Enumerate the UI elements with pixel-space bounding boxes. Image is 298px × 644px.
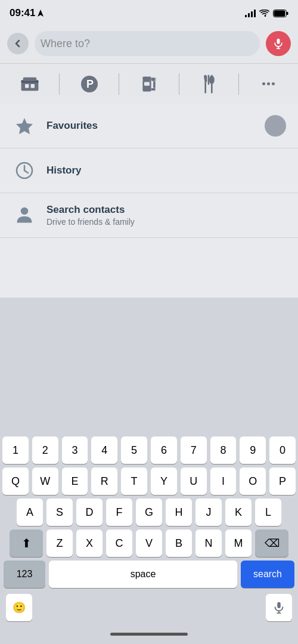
contacts-title: Search contacts [46, 204, 135, 216]
key-n[interactable]: N [195, 530, 222, 557]
emoji-key[interactable]: 🙂 [6, 594, 32, 621]
svg-rect-9 [23, 77, 36, 80]
empty-space [0, 238, 298, 298]
favourites-icon [12, 113, 37, 138]
gas-station-icon [139, 75, 159, 94]
list-item-history[interactable]: History [0, 148, 298, 193]
svg-rect-18 [151, 88, 156, 91]
contacts-icon [12, 203, 37, 228]
key-o[interactable]: O [240, 467, 266, 495]
keyboard-row-qwerty: Q W E R T Y U I O P [0, 464, 298, 495]
category-parking[interactable]: P [60, 64, 119, 104]
contacts-subtitle: Drive to friends & family [46, 217, 135, 227]
category-parking-garage[interactable] [0, 64, 59, 104]
keyboard-mic-key[interactable] [266, 594, 292, 621]
home-bar [110, 633, 188, 636]
svg-rect-2 [287, 12, 288, 15]
keyboard-row-asdf: A S D F G H J K L [0, 495, 298, 526]
key-p[interactable]: P [269, 467, 296, 495]
person-icon [15, 206, 34, 225]
key-d[interactable]: D [76, 499, 103, 526]
key-e[interactable]: E [62, 467, 88, 495]
list-area: Favourites History Search contacts Drive… [0, 104, 298, 238]
key-l[interactable]: L [255, 499, 281, 526]
key-b[interactable]: B [166, 530, 192, 557]
wifi-icon [259, 10, 269, 17]
key-h[interactable]: H [166, 499, 192, 526]
key-w[interactable]: W [32, 467, 58, 495]
svg-rect-3 [274, 10, 285, 16]
category-row: P [0, 63, 298, 104]
numbers-key[interactable]: 123 [4, 561, 45, 588]
keyboard-bottom-row: 123 space search [0, 557, 298, 593]
key-8[interactable]: 8 [210, 436, 237, 464]
battery-icon [273, 10, 288, 17]
key-v[interactable]: V [136, 530, 162, 557]
key-x[interactable]: X [76, 530, 103, 557]
key-q[interactable]: Q [2, 467, 29, 495]
search-key[interactable]: search [241, 561, 294, 588]
list-item-search-contacts[interactable]: Search contacts Drive to friends & famil… [0, 193, 298, 238]
key-f[interactable]: F [106, 499, 132, 526]
svg-rect-4 [277, 39, 280, 44]
key-i[interactable]: I [210, 467, 237, 495]
location-arrow-icon [38, 10, 44, 17]
svg-rect-17 [153, 80, 156, 88]
key-t[interactable]: T [121, 467, 147, 495]
key-g[interactable]: G [136, 499, 162, 526]
shift-key[interactable]: ⬆ [10, 530, 43, 557]
mic-button[interactable] [266, 31, 291, 56]
key-k[interactable]: K [225, 499, 252, 526]
home-indicator [0, 624, 298, 644]
category-gas-station[interactable] [119, 64, 178, 104]
more-icon [262, 82, 275, 85]
key-r[interactable]: R [91, 467, 117, 495]
mic-icon [272, 38, 284, 49]
space-key[interactable]: space [49, 561, 237, 588]
key-a[interactable]: A [17, 499, 43, 526]
favourites-title: Favourites [46, 120, 98, 132]
key-7[interactable]: 7 [181, 436, 207, 464]
parking-icon: P [80, 75, 99, 94]
key-9[interactable]: 9 [240, 436, 266, 464]
back-button[interactable] [7, 33, 29, 54]
key-y[interactable]: Y [151, 467, 177, 495]
history-icon [12, 158, 37, 183]
key-0[interactable]: 0 [269, 436, 296, 464]
history-title: History [46, 165, 82, 177]
key-2[interactable]: 2 [32, 436, 58, 464]
key-s[interactable]: S [46, 499, 73, 526]
key-3[interactable]: 3 [62, 436, 88, 464]
search-area [0, 26, 298, 63]
svg-rect-10 [25, 84, 29, 88]
key-j[interactable]: J [195, 499, 222, 526]
search-input[interactable] [41, 38, 254, 50]
star-icon [15, 116, 34, 135]
time-display: 09:41 [10, 7, 35, 19]
svg-rect-15 [144, 82, 150, 85]
list-item-favourites[interactable]: Favourites [0, 104, 298, 148]
key-m[interactable]: M [225, 530, 252, 557]
key-u[interactable]: U [181, 467, 207, 495]
restaurant-icon [199, 75, 218, 94]
key-6[interactable]: 6 [151, 436, 177, 464]
signal-icon [245, 9, 256, 17]
svg-rect-11 [30, 84, 34, 88]
key-z[interactable]: Z [46, 530, 73, 557]
keyboard-extras-row: 🙂 [0, 593, 298, 624]
keyboard: 1 2 3 4 5 6 7 8 9 0 Q W E R T Y U I O P … [0, 433, 298, 644]
key-4[interactable]: 4 [91, 436, 117, 464]
svg-marker-25 [16, 118, 33, 134]
key-c[interactable]: C [106, 530, 132, 557]
svg-text:P: P [86, 78, 94, 90]
category-restaurant[interactable] [179, 64, 238, 104]
category-more[interactable] [239, 64, 298, 104]
key-5[interactable]: 5 [121, 436, 147, 464]
keyboard-mic-icon [272, 601, 285, 614]
delete-key[interactable]: ⌫ [255, 530, 288, 557]
status-time: 09:41 [10, 7, 44, 19]
favourites-text: Favourites [46, 120, 98, 132]
svg-rect-16 [151, 78, 156, 80]
key-1[interactable]: 1 [2, 436, 29, 464]
toggle-circle[interactable] [265, 115, 286, 137]
